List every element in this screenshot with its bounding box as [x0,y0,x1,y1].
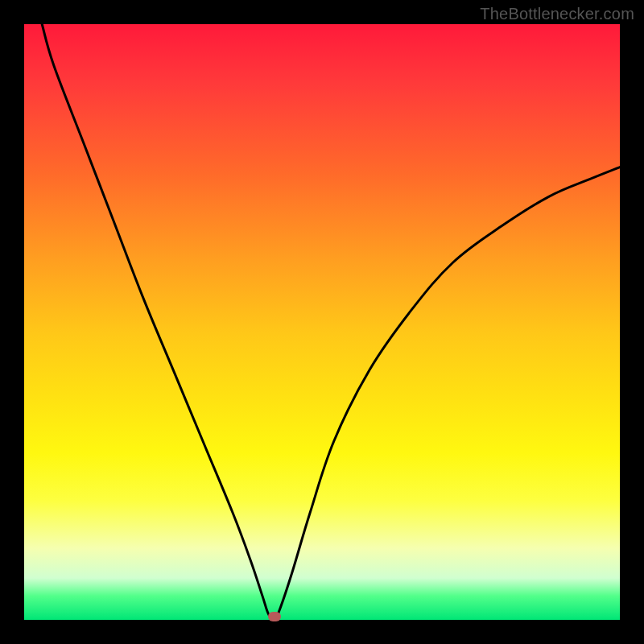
watermark-text: TheBottlenecker.com [480,5,634,23]
plot-area [24,24,620,620]
chart-frame: TheBottlenecker.com [0,0,644,644]
optimum-marker [268,612,281,621]
bottleneck-curve [24,24,620,620]
